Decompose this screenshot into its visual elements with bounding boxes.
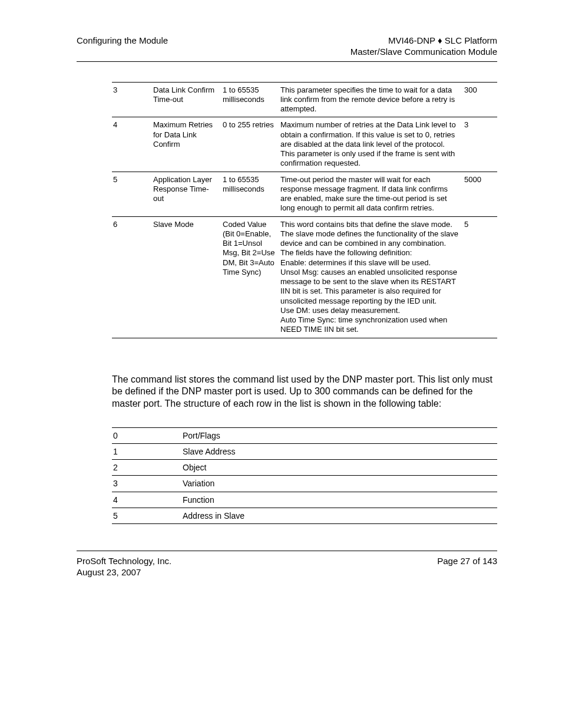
table-row: 6Slave ModeCoded Value (Bit 0=Enable, Bi… (112, 216, 497, 338)
param-description: Maximum number of retries at the Data Li… (279, 117, 463, 172)
cmd-index: 2 (112, 460, 181, 476)
table-row: 1Slave Address (112, 444, 497, 460)
footer-date: August 23, 2007 (77, 567, 171, 578)
cmd-label: Port/Flags (181, 427, 497, 443)
param-index: 4 (112, 117, 152, 172)
param-index: 6 (112, 216, 152, 338)
page-footer: ProSoft Technology, Inc. August 23, 2007… (77, 551, 497, 578)
param-description: Time-out period the master will wait for… (279, 172, 463, 216)
footer-left: ProSoft Technology, Inc. August 23, 2007 (77, 556, 171, 578)
cmd-index: 4 (112, 492, 181, 508)
param-range: 0 to 255 retries (222, 117, 279, 172)
param-default: 3 (463, 117, 497, 172)
footer-company: ProSoft Technology, Inc. (77, 556, 171, 567)
param-range: 1 to 65535 milliseconds (222, 172, 279, 216)
table-row: 3Data Link Confirm Time-out1 to 65535 mi… (112, 82, 497, 117)
param-index: 5 (112, 172, 152, 216)
cmd-label: Function (181, 492, 497, 508)
param-default: 300 (463, 82, 497, 117)
param-index: 3 (112, 82, 152, 117)
cmd-label: Variation (181, 476, 497, 492)
param-description: This parameter specifies the time to wai… (279, 82, 463, 117)
header-right: MVI46-DNP ♦ SLC Platform Master/Slave Co… (351, 35, 497, 58)
command-structure-table: 0Port/Flags1Slave Address2Object3Variati… (112, 425, 497, 524)
param-range: 1 to 65535 milliseconds (222, 82, 279, 117)
content-block: 3Data Link Confirm Time-out1 to 65535 mi… (112, 80, 497, 525)
cmd-label: Object (181, 460, 497, 476)
table-row: 5Application Layer Response Time-out1 to… (112, 172, 497, 216)
header-left: Configuring the Module (77, 35, 168, 58)
param-name: Data Link Confirm Time-out (152, 82, 222, 117)
cmd-index: 5 (112, 508, 181, 523)
param-name: Maximum Retries for Data Link Confirm (152, 117, 222, 172)
table-row: 3Variation (112, 476, 497, 492)
param-description: This word contains bits that define the … (279, 216, 463, 338)
param-range: Coded Value (Bit 0=Enable, Bit 1=Unsol M… (222, 216, 279, 338)
cmd-index: 1 (112, 444, 181, 460)
cmd-label: Slave Address (181, 444, 497, 460)
table-row: 4Function (112, 492, 497, 508)
table-row: 2Object (112, 460, 497, 476)
header-right-line1: MVI46-DNP ♦ SLC Platform (351, 35, 497, 47)
cmd-index: 0 (112, 427, 181, 443)
param-default: 5000 (463, 172, 497, 216)
table-row: 5Address in Slave (112, 508, 497, 523)
cmd-index: 3 (112, 476, 181, 492)
table-row: 4Maximum Retries for Data Link Confirm0 … (112, 117, 497, 172)
table-row: 0Port/Flags (112, 427, 497, 443)
cmd-label: Address in Slave (181, 508, 497, 523)
parameter-table: 3Data Link Confirm Time-out1 to 65535 mi… (112, 80, 497, 338)
header-right-line2: Master/Slave Communication Module (351, 47, 497, 58)
param-name: Slave Mode (152, 216, 222, 338)
command-list-paragraph: The command list stores the command list… (112, 374, 497, 410)
param-default: 5 (463, 216, 497, 338)
footer-page: Page 27 of 143 (437, 556, 497, 578)
page-header: Configuring the Module MVI46-DNP ♦ SLC P… (77, 35, 497, 62)
param-name: Application Layer Response Time-out (152, 172, 222, 216)
